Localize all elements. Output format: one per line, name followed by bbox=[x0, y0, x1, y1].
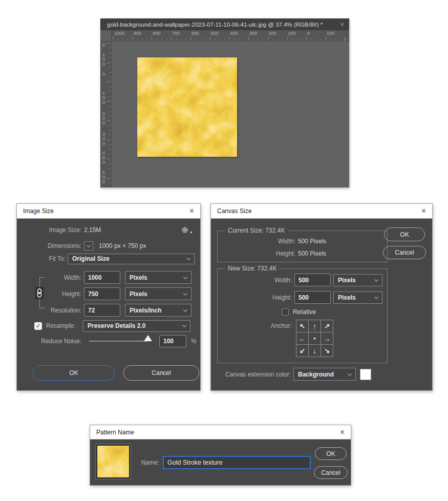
fit-to-value: Original Size bbox=[72, 255, 110, 262]
fit-to-dropdown[interactable]: Original Size bbox=[68, 254, 195, 264]
resample-method-value: Preserve Details 2.0 bbox=[88, 322, 145, 329]
pattern-name-cancel-button[interactable]: Cancel bbox=[314, 466, 348, 479]
canvas-size-ok-button[interactable]: OK bbox=[384, 227, 425, 241]
reduce-noise-slider[interactable] bbox=[89, 341, 148, 342]
document-title: gold-background-and-wallpaper-2023-07-11… bbox=[107, 22, 337, 28]
pattern-name-input[interactable] bbox=[163, 456, 311, 469]
width-input[interactable] bbox=[84, 271, 120, 284]
chevron-down-icon bbox=[183, 291, 187, 295]
canvas-size-titlebar[interactable]: Canvas Size × bbox=[211, 204, 432, 219]
image-size-title: Image Size bbox=[23, 207, 189, 215]
canvas-size-dialog: Canvas Size × Current Size: 732.4K Width… bbox=[210, 203, 433, 391]
gear-icon[interactable] bbox=[181, 226, 189, 234]
resample-method-dropdown[interactable]: Preserve Details 2.0 bbox=[83, 320, 190, 332]
new-height-unit-value: Pixels bbox=[338, 294, 356, 301]
relative-checkbox[interactable] bbox=[282, 308, 289, 316]
pattern-name-ok-button[interactable]: OK bbox=[315, 447, 347, 460]
document-body: 10009008007006005004003002001000100 01 0… bbox=[100, 30, 349, 187]
image-size-ok-button[interactable]: OK bbox=[33, 365, 115, 381]
current-width-label: Width: bbox=[218, 238, 295, 245]
gear-menu-dot-icon bbox=[190, 232, 192, 233]
document-close-icon[interactable]: × bbox=[340, 20, 344, 28]
width-unit-dropdown[interactable]: Pixels bbox=[125, 271, 191, 284]
relative-row: Relative bbox=[218, 307, 387, 317]
pattern-name-close-icon[interactable]: × bbox=[340, 428, 345, 436]
new-width-unit-dropdown[interactable]: Pixels bbox=[333, 274, 382, 286]
relative-label: Relative bbox=[293, 308, 316, 316]
canvas-size-close-icon[interactable]: × bbox=[421, 207, 426, 215]
height-label: Height: bbox=[17, 290, 81, 298]
chevron-down-icon bbox=[183, 275, 187, 279]
dimensions-value: 1000 px × 750 px bbox=[99, 242, 146, 249]
anchor-grid: ↖ ↑ ↗ ← ● → ↙ ↓ ↘ bbox=[296, 320, 333, 357]
anchor-left[interactable]: ← bbox=[296, 332, 309, 345]
extension-color-value: Background bbox=[298, 371, 334, 378]
chevron-down-icon bbox=[348, 371, 352, 375]
extension-color-swatch[interactable] bbox=[360, 369, 371, 380]
anchor-bottom-right[interactable]: ↘ bbox=[321, 344, 333, 357]
anchor-bottom[interactable]: ↓ bbox=[308, 344, 321, 357]
pattern-name-title: Pattern Name bbox=[96, 429, 340, 436]
fit-to-label: Fit To: bbox=[17, 255, 66, 262]
anchor-top-left[interactable]: ↖ bbox=[296, 320, 309, 332]
new-width-input[interactable] bbox=[294, 274, 331, 286]
slider-handle[interactable] bbox=[144, 335, 152, 341]
new-height-label: Height: bbox=[218, 294, 292, 301]
new-size-group: New Size: 732.4K Width: Pixels Height: P… bbox=[217, 268, 388, 363]
resolution-unit-value: Pixels/Inch bbox=[130, 307, 162, 314]
height-row: Height: Pixels bbox=[17, 287, 200, 300]
fit-to-row: Fit To: Original Size bbox=[17, 253, 200, 264]
reduce-noise-input[interactable] bbox=[159, 335, 186, 347]
reduce-noise-unit: % bbox=[191, 338, 197, 345]
height-unit-dropdown[interactable]: Pixels bbox=[125, 287, 191, 300]
chevron-down-icon bbox=[183, 307, 187, 311]
new-height-unit-dropdown[interactable]: Pixels bbox=[333, 291, 382, 304]
reduce-noise-row: Reduce Noise: % bbox=[17, 335, 200, 347]
current-height-label: Height: bbox=[218, 250, 295, 257]
new-height-input[interactable] bbox=[294, 291, 331, 304]
extension-color-dropdown[interactable]: Background bbox=[293, 368, 356, 381]
anchor-top[interactable]: ↑ bbox=[308, 320, 321, 332]
height-unit-value: Pixels bbox=[130, 290, 147, 298]
chevron-down-icon bbox=[87, 243, 91, 247]
extension-color-label: Canvas extension color: bbox=[211, 371, 291, 378]
image-size-titlebar[interactable]: Image Size × bbox=[17, 204, 200, 219]
image-size-cancel-button[interactable]: Cancel bbox=[123, 365, 199, 381]
new-height-row: Height: Pixels bbox=[218, 291, 387, 304]
image-size-close-icon[interactable]: × bbox=[189, 207, 194, 215]
canvas-area[interactable] bbox=[112, 41, 349, 187]
dimensions-row: Dimensions: 1000 px × 750 px bbox=[17, 241, 200, 251]
resolution-input[interactable] bbox=[84, 304, 120, 317]
current-width-value: 500 Pixels bbox=[298, 238, 326, 245]
anchor-bottom-left[interactable]: ↙ bbox=[296, 344, 309, 357]
current-height-value: 500 Pixels bbox=[298, 250, 326, 257]
width-unit-value: Pixels bbox=[130, 274, 147, 281]
new-width-row: Width: Pixels bbox=[218, 274, 387, 286]
document-tab[interactable]: gold-background-and-wallpaper-2023-07-11… bbox=[100, 18, 349, 30]
anchor-top-right[interactable]: ↗ bbox=[321, 320, 333, 332]
new-size-legend: New Size: 732.4K bbox=[225, 265, 280, 272]
current-size-group: Current Size: 732.4K Width: 500 Pixels H… bbox=[217, 231, 388, 262]
resolution-label: Resolution: bbox=[17, 307, 81, 314]
canvas-size-cancel-button[interactable]: Cancel bbox=[383, 246, 426, 259]
anchor-right[interactable]: → bbox=[321, 332, 333, 345]
height-input[interactable] bbox=[84, 287, 120, 300]
horizontal-ruler[interactable]: 10009008007006005004003002001000100 bbox=[112, 30, 349, 41]
ruler-corner[interactable] bbox=[100, 30, 112, 41]
resolution-row: Resolution: Pixels/Inch bbox=[17, 304, 200, 317]
chevron-down-icon bbox=[182, 323, 186, 327]
chevron-down-icon bbox=[374, 295, 378, 299]
anchor-center[interactable]: ● bbox=[308, 332, 321, 345]
extension-color-row: Canvas extension color: Background bbox=[211, 368, 432, 381]
anchor-label: Anchor: bbox=[218, 322, 292, 329]
chevron-down-icon bbox=[374, 277, 378, 281]
vertical-ruler[interactable]: 01 0 001 0 02 0 03 0 04 0 05 0 0 bbox=[100, 41, 112, 187]
resample-checkbox[interactable]: ✓ bbox=[34, 322, 42, 330]
width-label: Width: bbox=[17, 274, 81, 281]
image-size-row: Image Size: 2.15M bbox=[17, 225, 200, 235]
dimensions-unit-toggle[interactable] bbox=[84, 241, 93, 251]
current-size-legend: Current Size: 732.4K bbox=[225, 227, 288, 234]
pattern-name-titlebar[interactable]: Pattern Name × bbox=[90, 425, 351, 440]
resolution-unit-dropdown[interactable]: Pixels/Inch bbox=[125, 304, 191, 317]
gold-texture-image[interactable] bbox=[137, 57, 237, 157]
